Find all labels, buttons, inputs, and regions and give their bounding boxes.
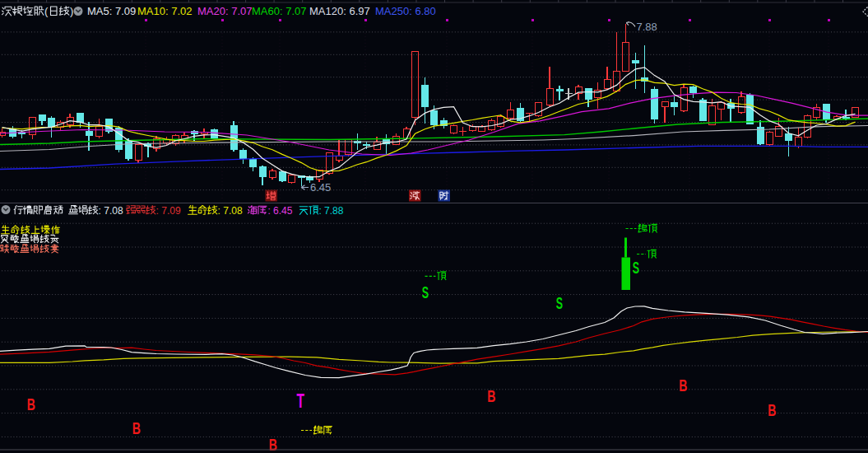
svg-text:T: T xyxy=(297,390,304,412)
svg-text:B: B xyxy=(27,396,35,414)
svg-text:: 7.88: : 7.88 xyxy=(318,205,343,217)
svg-text:: 7.08: : 7.08 xyxy=(99,205,123,217)
svg-text:7.88: 7.88 xyxy=(637,21,657,33)
svg-text:): ) xyxy=(70,5,73,17)
svg-text:MA60: 7.07: MA60: 7.07 xyxy=(252,5,307,17)
svg-text:B: B xyxy=(132,420,141,438)
svg-text:: 6.45: : 6.45 xyxy=(267,205,292,217)
svg-text:: 7.09: : 7.09 xyxy=(156,205,181,217)
svg-text:S: S xyxy=(633,259,639,278)
svg-text:: 7.08: : 7.08 xyxy=(218,205,243,217)
svg-text:(: ( xyxy=(44,5,49,17)
svg-text:MA120: 6.97: MA120: 6.97 xyxy=(309,5,370,17)
svg-text:B: B xyxy=(768,402,776,420)
svg-text:6.45: 6.45 xyxy=(310,181,331,194)
svg-text:B: B xyxy=(679,377,687,395)
svg-text:MA10: 7.02: MA10: 7.02 xyxy=(137,5,193,17)
svg-text:S: S xyxy=(556,294,563,313)
svg-text:S: S xyxy=(422,283,429,302)
svg-text:MA250: 6.80: MA250: 6.80 xyxy=(375,5,436,17)
svg-text:MA20: 7.07: MA20: 7.07 xyxy=(197,5,253,17)
svg-text:B: B xyxy=(487,388,495,406)
svg-text:MA5: 7.09: MA5: 7.09 xyxy=(87,5,136,17)
svg-text:B: B xyxy=(269,436,277,453)
